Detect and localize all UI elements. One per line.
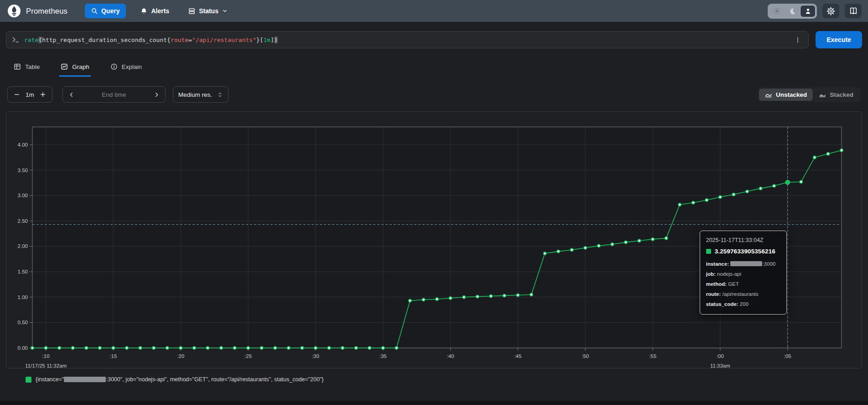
search-icon [91, 8, 98, 14]
theme-system-button[interactable] [800, 5, 816, 17]
theme-light-button[interactable] [769, 5, 785, 17]
settings-button[interactable] [822, 4, 839, 18]
sun-icon [773, 7, 780, 15]
query-token-plain: = [188, 37, 192, 43]
data-point [287, 347, 290, 349]
terminal-prompt-icon [12, 36, 19, 43]
increase-range-button[interactable] [40, 91, 46, 98]
tooltip-timestamp: 2025-11-17T11:33:04Z [706, 237, 780, 243]
resolution-select[interactable]: Medium res. [173, 86, 229, 103]
data-point [571, 248, 573, 251]
y-tick-label: 4.00 [18, 142, 28, 147]
x-tick-label: :05 [784, 353, 791, 359]
data-point [678, 203, 681, 206]
selected-data-point [785, 180, 790, 185]
x-tick-label: :10 [42, 353, 50, 359]
legend-item[interactable]: {instance=":3000", job="nodejs-api", met… [26, 376, 868, 383]
nav-query-label: Query [101, 7, 120, 15]
nav-status-label: Status [199, 7, 218, 15]
table-icon [14, 63, 21, 70]
redacted-value [730, 261, 762, 266]
selector-icon [217, 91, 223, 98]
end-time-picker[interactable]: End time [62, 86, 166, 103]
navbar: Prometheus Query Alerts Status [0, 0, 868, 22]
chevron-left-button[interactable] [68, 92, 74, 98]
unstacked-button[interactable]: Unstacked [759, 89, 813, 101]
query-input[interactable]: rate(http_request_duration_seconds_count… [6, 31, 809, 48]
data-point [544, 252, 546, 255]
nav-alerts-button[interactable]: Alerts [134, 4, 176, 18]
tab-graph-label: Graph [72, 63, 89, 70]
chevron-right-button[interactable] [154, 92, 160, 98]
area-chart-icon [819, 91, 826, 98]
x-tick-label: :20 [177, 353, 184, 359]
redacted-value [64, 377, 106, 382]
data-point [112, 347, 114, 349]
y-tick-label: 0.00 [18, 345, 28, 351]
data-point [206, 347, 209, 349]
query-token-plain: } [256, 37, 260, 43]
tooltip: 2025-11-17T11:33:04Z 3.2597633905356216 … [700, 231, 787, 315]
data-point [746, 190, 748, 193]
range-value[interactable]: 1m [26, 91, 34, 98]
x-tick-label: :00 [717, 353, 724, 359]
data-point [247, 347, 249, 349]
data-point [598, 244, 600, 247]
x-tick-label: :25 [244, 353, 252, 359]
legend-swatch [26, 377, 31, 383]
data-point [476, 295, 479, 298]
execute-button[interactable]: Execute [816, 31, 862, 48]
data-point [125, 347, 128, 349]
data-point [58, 347, 61, 349]
nav-query-button[interactable]: Query [85, 4, 126, 18]
stacking-toggle: Unstacked Stacked [758, 87, 861, 102]
data-point [166, 347, 169, 349]
kebab-menu-button[interactable] [793, 35, 803, 45]
docs-button[interactable] [845, 4, 862, 18]
data-point [152, 347, 155, 349]
data-point [314, 347, 317, 349]
horizontal-scrollbar[interactable] [0, 401, 868, 405]
graph-panel: 0.000.501.001.502.002.503.003.504.00:101… [6, 111, 862, 368]
tab-graph[interactable]: Graph [59, 62, 91, 77]
theme-dark-button[interactable] [785, 5, 800, 17]
stacked-button[interactable]: Stacked [813, 89, 859, 101]
data-point [436, 298, 438, 300]
range-input: 1m [7, 86, 52, 103]
brand-title: Prometheus [26, 7, 68, 16]
gear-icon [826, 7, 835, 16]
data-point [72, 347, 74, 349]
tab-explain-label: Explain [122, 63, 142, 70]
tab-explain[interactable]: Explain [109, 62, 143, 77]
legend-label: {instance=":3000", job="nodejs-api", met… [36, 376, 324, 383]
decrease-range-button[interactable] [14, 91, 20, 98]
data-point [449, 297, 452, 300]
tooltip-label-row: status_code: 200 [706, 299, 780, 309]
data-point [624, 241, 627, 244]
data-point [341, 347, 344, 349]
query-token-label: route [171, 37, 188, 43]
data-point [759, 187, 762, 190]
data-point [301, 347, 303, 349]
data-point [274, 347, 276, 349]
resolution-value: Medium res. [178, 91, 212, 98]
moon-icon [789, 8, 796, 15]
data-point [99, 347, 101, 349]
info-icon [110, 63, 118, 70]
tooltip-label-row: method: GET [706, 279, 780, 289]
book-icon [849, 7, 858, 15]
line-chart-icon [765, 91, 772, 98]
data-point [382, 347, 385, 349]
data-point [85, 347, 88, 349]
y-tick-label: 3.50 [18, 168, 28, 173]
data-point [584, 247, 587, 249]
x-tick-label: :40 [447, 353, 454, 359]
nav-alerts-label: Alerts [151, 7, 169, 15]
tooltip-label-row: job: nodejs-api [706, 269, 780, 279]
tab-table[interactable]: Table [12, 62, 41, 77]
query-expression[interactable]: rate(http_request_duration_seconds_count… [24, 37, 793, 43]
unstacked-label: Unstacked [776, 91, 807, 98]
y-tick-label: 0.50 [18, 320, 28, 325]
query-token-paren-match: ( [38, 37, 42, 43]
nav-status-dropdown[interactable]: Status [182, 4, 234, 18]
